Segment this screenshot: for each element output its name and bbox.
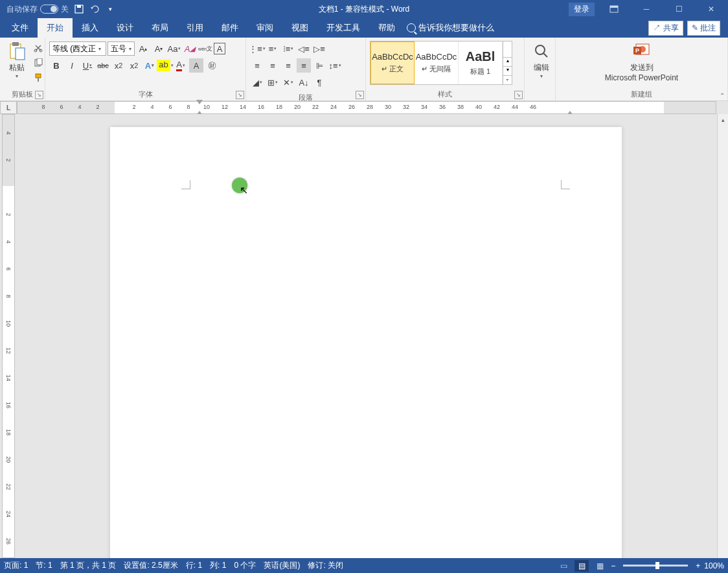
zoom-level[interactable]: 100% xyxy=(704,561,724,570)
tab-file[interactable]: 文件 xyxy=(3,18,38,38)
zoom-out-button[interactable]: − xyxy=(611,561,615,570)
first-line-indent-marker[interactable] xyxy=(196,100,203,106)
status-col[interactable]: 列: 1 xyxy=(210,560,226,571)
collapse-ribbon-button[interactable]: ⌃ xyxy=(720,92,725,99)
style-no-spacing[interactable]: AaBbCcDc ↵ 无间隔 xyxy=(415,41,459,84)
tab-insert[interactable]: 插入 xyxy=(73,18,108,38)
distribute-button[interactable]: ⊫ xyxy=(312,58,326,73)
char-border-button[interactable]: A xyxy=(214,43,225,54)
status-page[interactable]: 页面: 1 xyxy=(4,560,28,571)
vertical-ruler[interactable]: 422468101214161820222426 xyxy=(2,114,15,558)
tab-home[interactable]: 开始 xyxy=(38,18,73,38)
increase-indent-button[interactable]: ▷≡ xyxy=(312,41,326,56)
phonetic-button[interactable]: wén文 xyxy=(198,41,212,56)
highlight-button[interactable]: ab xyxy=(158,58,172,73)
paste-button[interactable]: 粘贴 ▾ xyxy=(3,40,31,80)
tell-me-search[interactable]: 告诉我你想要做什么 xyxy=(404,18,497,38)
document-page[interactable]: ↖ xyxy=(110,127,622,558)
style-heading1[interactable]: AaBl 标题 1 xyxy=(459,41,503,84)
autosave-toggle[interactable]: 自动保存 关 xyxy=(6,4,69,15)
cut-button[interactable] xyxy=(31,41,45,55)
undo-icon[interactable] xyxy=(89,4,100,14)
italic-button[interactable]: I xyxy=(65,58,79,73)
sort-button[interactable]: A↓ xyxy=(297,75,311,89)
align-right-button[interactable]: ≡ xyxy=(281,58,295,73)
numbering-button[interactable]: ≡ xyxy=(266,41,280,56)
change-case-button[interactable]: Aa xyxy=(167,41,181,56)
status-track[interactable]: 修订: 关闭 xyxy=(308,560,343,571)
document-scroll-area[interactable]: ↖ xyxy=(15,114,717,558)
minimize-button[interactable]: ─ xyxy=(633,0,659,18)
strike-button[interactable]: abc xyxy=(96,58,110,73)
tab-design[interactable]: 设计 xyxy=(108,18,142,38)
clear-format-button[interactable]: A◢ xyxy=(183,41,197,56)
zoom-in-button[interactable]: + xyxy=(696,561,700,570)
styles-launcher[interactable]: ↘ xyxy=(514,91,523,99)
copy-button[interactable] xyxy=(31,56,45,70)
status-page-of[interactable]: 第 1 页，共 1 页 xyxy=(60,560,117,571)
styles-gallery[interactable]: AaBbCcDc ↵ 正文 AaBbCcDc ↵ 无间隔 AaBl 标题 1 ▴… xyxy=(370,41,512,85)
bold-button[interactable]: B xyxy=(49,58,63,73)
paragraph-launcher[interactable]: ↘ xyxy=(356,91,364,99)
line-spacing-button[interactable]: ↕≡ xyxy=(328,58,342,73)
subscript-button[interactable]: x2 xyxy=(111,58,126,73)
tab-mailings[interactable]: 邮件 xyxy=(212,18,247,38)
editing-button[interactable]: 编辑 ▾ xyxy=(527,40,556,80)
styles-more-button[interactable]: ▴▾⌄ xyxy=(503,41,512,84)
superscript-button[interactable]: x2 xyxy=(127,58,141,73)
read-mode-button[interactable]: ▭ xyxy=(556,560,571,572)
asian-layout-button[interactable]: ✕ xyxy=(281,75,295,89)
maximize-button[interactable]: ☐ xyxy=(666,0,692,18)
char-shading-button[interactable]: A xyxy=(189,58,203,73)
scroll-up-button[interactable]: ▴ xyxy=(718,114,728,125)
tab-layout[interactable]: 布局 xyxy=(142,18,177,38)
status-words[interactable]: 0 个字 xyxy=(234,560,256,571)
tab-help[interactable]: 帮助 xyxy=(369,18,404,38)
close-button[interactable]: ✕ xyxy=(698,0,724,18)
style-normal[interactable]: AaBbCcDc ↵ 正文 xyxy=(370,41,415,84)
borders-button[interactable]: ⊞ xyxy=(266,75,280,89)
grow-font-button[interactable]: A▴ xyxy=(136,41,150,56)
font-launcher[interactable]: ↘ xyxy=(236,91,244,99)
ruler-tick: 8 xyxy=(41,104,45,110)
vertical-scrollbar[interactable]: ▴ xyxy=(717,114,728,558)
enclose-char-button[interactable]: ㊖ xyxy=(205,58,219,73)
share-button[interactable]: ↗ 共享 xyxy=(648,21,683,36)
tab-review[interactable]: 审阅 xyxy=(247,18,282,38)
status-section[interactable]: 节: 1 xyxy=(36,560,52,571)
decrease-indent-button[interactable]: ◁≡ xyxy=(297,41,311,56)
shrink-font-button[interactable]: A▾ xyxy=(152,41,166,56)
text-effects-button[interactable]: A xyxy=(142,58,157,73)
status-line[interactable]: 行: 1 xyxy=(186,560,202,571)
qat-customize-icon[interactable]: ▾ xyxy=(105,4,115,14)
justify-button[interactable]: ≡ xyxy=(297,58,311,73)
font-color-button[interactable]: A xyxy=(174,58,188,73)
show-marks-button[interactable]: ¶ xyxy=(312,75,326,89)
ruler-tick: 12 xyxy=(222,104,228,110)
multilevel-button[interactable]: ⁝≡ xyxy=(281,41,295,56)
align-center-button[interactable]: ≡ xyxy=(266,58,280,73)
ribbon-display-icon[interactable] xyxy=(601,0,627,18)
align-left-button[interactable]: ≡ xyxy=(250,58,264,73)
send-to-ppt-button[interactable]: P 发送到 Microsoft PowerPoint xyxy=(601,40,682,84)
horizontal-ruler[interactable]: 8642246810121416182022242628303234363840… xyxy=(17,101,716,114)
bullets-button[interactable]: ⋮≡ xyxy=(250,41,264,56)
underline-button[interactable]: U xyxy=(80,58,95,73)
font-name-combo[interactable]: 等线 (西文正▾ xyxy=(49,41,106,56)
format-painter-button[interactable] xyxy=(31,71,45,85)
signin-button[interactable]: 登录 xyxy=(569,3,595,16)
clipboard-launcher[interactable]: ↘ xyxy=(35,91,43,99)
tab-view[interactable]: 视图 xyxy=(282,18,317,38)
status-lang[interactable]: 英语(美国) xyxy=(264,560,300,571)
tab-references[interactable]: 引用 xyxy=(177,18,212,38)
zoom-slider[interactable] xyxy=(623,565,688,567)
comments-button[interactable]: ✎ 批注 xyxy=(687,21,720,36)
web-layout-button[interactable]: ▦ xyxy=(593,560,607,572)
tab-developer[interactable]: 开发工具 xyxy=(317,18,369,38)
save-icon[interactable] xyxy=(74,4,84,14)
status-setting[interactable]: 设置值: 2.5厘米 xyxy=(124,560,177,571)
print-layout-button[interactable]: ▤ xyxy=(574,560,589,572)
tab-selector[interactable]: L xyxy=(0,101,17,114)
font-size-combo[interactable]: 五号▾ xyxy=(108,41,135,56)
shading-button[interactable]: ◢ xyxy=(250,75,264,89)
